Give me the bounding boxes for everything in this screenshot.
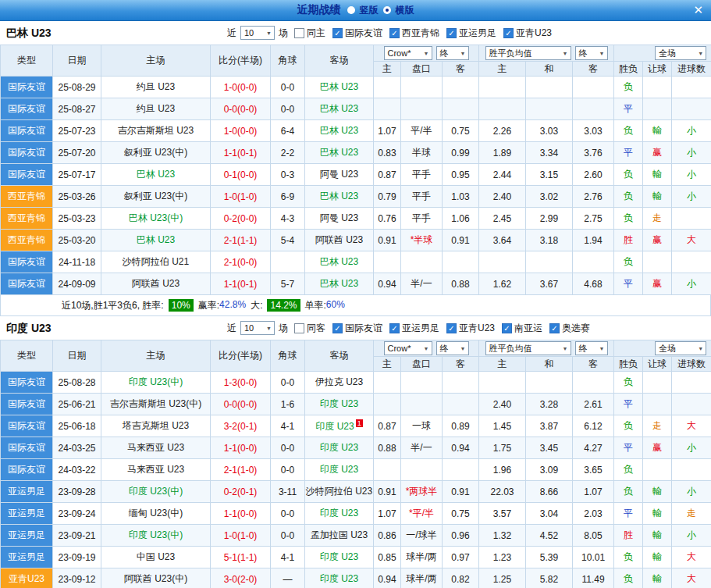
home-team: 巴林 U23(中) <box>101 208 211 230</box>
filter-checkbox[interactable]: ✓国际友谊 <box>332 27 382 40</box>
score-halftime: 0-0(0-0) <box>211 394 271 415</box>
odds-home-win: 1.62 <box>479 273 526 295</box>
corner-count: 4-1 <box>271 415 305 437</box>
home-team: 塔吉克斯坦 U23 <box>101 415 211 437</box>
result-mark: 负 <box>614 164 643 186</box>
match-date: 24-11-18 <box>53 251 101 273</box>
chevron-down-icon: ▼ <box>698 346 703 351</box>
handicap-result-mark: 輸 <box>643 503 672 525</box>
handicap-line <box>401 459 443 481</box>
checkbox-icon[interactable]: ✓ <box>503 28 514 38</box>
scope-select[interactable]: 全场▼ <box>655 341 706 355</box>
checkbox-icon[interactable]: ✓ <box>389 323 400 333</box>
score-halftime: 0-2(0-0) <box>211 208 271 230</box>
competition-badge: 亚青U23 <box>1 568 53 588</box>
bookmaker-value: Crow* <box>388 48 411 58</box>
filter-checkbox[interactable]: ✓奥选赛 <box>549 322 590 335</box>
filter-checkbox[interactable]: ✓亚运男足 <box>389 322 439 335</box>
score-halftime: 5-1(1-1) <box>211 547 271 568</box>
match-date: 24-03-22 <box>53 459 101 481</box>
checkbox-icon[interactable]: ✓ <box>549 323 560 333</box>
checkbox-icon[interactable] <box>294 28 304 38</box>
match-row: 西亚青锦 25-03-26 叙利亚 U23(中) 1-0(1-0) 6-9 巴林… <box>1 186 711 208</box>
handicap-home-odds: 0.79 <box>374 186 401 208</box>
bookmaker-select[interactable]: Crow*▼ <box>384 341 432 355</box>
col-header-result: 胜负 <box>614 62 643 77</box>
handicap-home-odds: 0.94 <box>374 568 401 588</box>
result-mark: 负 <box>614 208 643 230</box>
scope-select[interactable]: 全场▼ <box>655 46 706 60</box>
handicap-final-select[interactable]: 终▼ <box>436 46 469 60</box>
match-count-select[interactable]: 10▼ <box>240 321 275 335</box>
home-team: 中国 U23 <box>101 547 211 568</box>
score-halftime: 1-3(0-0) <box>211 372 271 394</box>
filter-checkbox[interactable]: ✓亚运男足 <box>446 27 496 40</box>
match-row: 西亚青锦 25-03-23 巴林 U23(中) 0-2(0-0) 4-3 阿曼 … <box>1 208 711 230</box>
handicap-line: 球半/两 <box>401 568 443 588</box>
competition-badge: 国际友谊 <box>1 251 53 273</box>
checkbox-icon[interactable]: ✓ <box>389 28 400 38</box>
filter-checkbox[interactable]: 同主 <box>294 27 325 40</box>
filter-checkbox[interactable]: 同客 <box>294 322 325 335</box>
corner-count: 1-6 <box>271 394 305 415</box>
odds-final-select[interactable]: 终▼ <box>575 341 608 355</box>
match-count-select[interactable]: 10▼ <box>240 26 275 40</box>
handicap-home-odds <box>374 77 401 98</box>
score-halftime: 1-1(0-1) <box>211 273 271 295</box>
home-team: 印度 U23(中) <box>101 481 211 503</box>
competition-badge: 国际友谊 <box>1 372 53 394</box>
odds-home-win <box>479 251 526 273</box>
odds-final-select[interactable]: 终▼ <box>575 46 608 60</box>
filter-checkbox[interactable]: ✓亚青U23 <box>503 27 552 40</box>
corner-count: 0-0 <box>271 77 305 98</box>
close-icon[interactable]: ✕ <box>693 3 703 17</box>
home-team: 叙利亚 U23(中) <box>101 186 211 208</box>
checkbox-icon[interactable]: ✓ <box>332 28 343 38</box>
odds-home-win: 1.32 <box>479 525 526 547</box>
corner-count: 0-0 <box>271 525 305 547</box>
corner-count: 2-2 <box>271 142 305 164</box>
checkbox-icon[interactable]: ✓ <box>502 323 512 333</box>
goals-result-mark: 小 <box>672 142 711 164</box>
radio-horizontal-layout[interactable] <box>383 6 391 14</box>
match-date: 23-09-28 <box>53 481 101 503</box>
goals-result-mark: 大 <box>672 568 711 588</box>
away-team: 巴林 U23 <box>305 142 374 164</box>
handicap-result-mark: 走 <box>643 415 672 437</box>
match-date: 25-03-26 <box>53 186 101 208</box>
competition-badge: 亚运男足 <box>1 503 53 525</box>
checkbox-icon[interactable] <box>294 323 304 333</box>
handicap-final-select[interactable]: 终▼ <box>436 341 469 355</box>
team-title: 巴林 U23 <box>6 27 52 41</box>
score-halftime: 2-1(1-0) <box>211 459 271 481</box>
odds-final-value: 终 <box>579 343 588 355</box>
score-halftime: 0-1(0-0) <box>211 164 271 186</box>
filter-checkbox[interactable]: ✓西亚青锦 <box>389 27 439 40</box>
col-header-ah-home: 主 <box>374 357 401 372</box>
matches-tbody: 国际友谊 25-08-29 约旦 U23 1-0(0-0) 0-0 巴林 U23… <box>1 77 711 295</box>
filter-checkbox[interactable]: ✓国际友谊 <box>332 322 382 335</box>
odds-draw: 3.18 <box>526 230 573 251</box>
checkbox-icon[interactable]: ✓ <box>332 323 343 333</box>
filter-checkbox[interactable]: ✓亚青U23 <box>446 322 495 335</box>
col-header-ah-away: 客 <box>443 357 479 372</box>
goals-result-mark: 小 <box>672 525 711 547</box>
odds-type-select[interactable]: 胜平负均值▼ <box>485 341 571 355</box>
odds-home-win: 3.57 <box>479 503 526 525</box>
filter-checkbox[interactable]: ✓南亚运 <box>502 322 542 335</box>
result-mark: 胜 <box>614 525 643 547</box>
radio-horizontal-label[interactable]: 横版 <box>396 4 414 17</box>
corner-count: 4-3 <box>271 208 305 230</box>
match-row: 国际友谊 24-09-09 阿联酋 U23 1-1(0-1) 5-7 巴林 U2… <box>1 273 711 295</box>
radio-vertical-layout[interactable] <box>347 6 355 14</box>
col-header-odds-away: 客 <box>573 357 614 372</box>
odds-type-select[interactable]: 胜平负均值▼ <box>485 46 571 60</box>
match-date: 23-09-21 <box>53 525 101 547</box>
handicap-away-odds: 0.95 <box>443 164 479 186</box>
matches-table: 类型 日期 主场 比分(半场) 角球 客场 Crow*▼ 终▼ 胜平负均 <box>0 45 711 295</box>
checkbox-icon[interactable]: ✓ <box>446 323 457 333</box>
odds-away-win: 2.60 <box>573 164 614 186</box>
radio-vertical-label[interactable]: 竖版 <box>360 4 379 17</box>
checkbox-icon[interactable]: ✓ <box>446 28 457 38</box>
bookmaker-select[interactable]: Crow*▼ <box>384 46 432 60</box>
